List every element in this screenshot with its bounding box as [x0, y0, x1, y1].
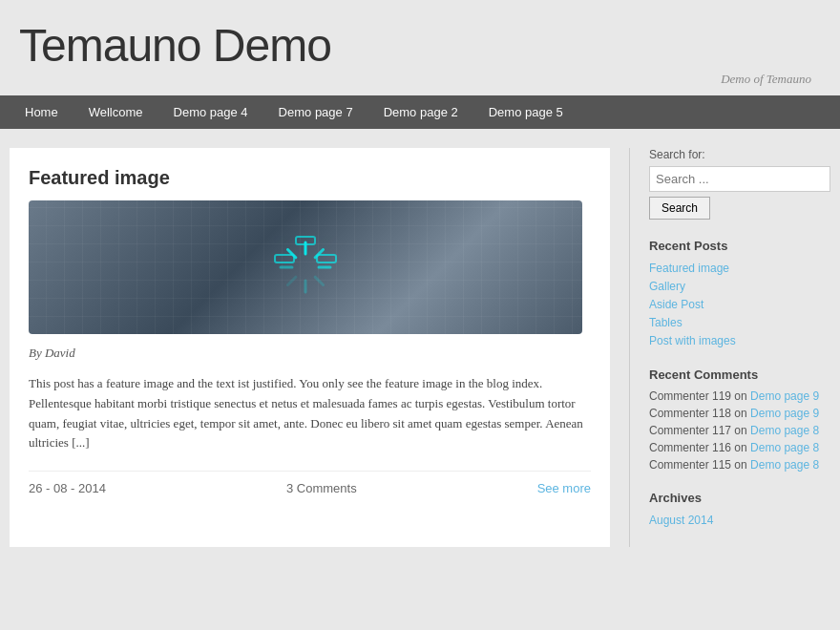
recent-posts-list: Featured image Gallery Aside Post Tables…: [649, 261, 830, 348]
search-label: Search for:: [649, 148, 830, 161]
list-item: Commenter 115 on Demo page 8: [649, 458, 830, 472]
recent-comments-section: Recent Comments Commenter 119 on Demo pa…: [649, 368, 830, 472]
nav-bar: Home Wellcome Demo page 4 Demo page 7 De…: [0, 95, 840, 129]
post-title: Featured image: [29, 167, 591, 189]
nav-link-demo4[interactable]: Demo page 4: [158, 95, 263, 129]
list-item[interactable]: Post with images: [649, 333, 830, 348]
site-title: Temauno Demo: [19, 19, 821, 72]
recent-post-link[interactable]: Aside Post: [649, 298, 704, 311]
nav-item-demo4[interactable]: Demo page 4: [158, 95, 263, 129]
nav-link-demo5[interactable]: Demo page 5: [473, 95, 578, 129]
recent-comments-list: Commenter 119 on Demo page 9 Commenter 1…: [649, 389, 830, 472]
comment-page-link[interactable]: Demo page 8: [750, 424, 819, 437]
comment-page-link[interactable]: Demo page 8: [750, 441, 819, 454]
comment-page-link[interactable]: Demo page 9: [750, 389, 819, 403]
post-meta: 26 - 08 - 2014 3 Comments See more: [29, 471, 591, 495]
nav-list: Home Wellcome Demo page 4 Demo page 7 De…: [10, 95, 830, 129]
main-container: Featured image: [0, 129, 840, 566]
nav-item-wellcome[interactable]: Wellcome: [74, 95, 158, 129]
post-author: By David: [29, 346, 591, 361]
archives-list: August 2014: [649, 513, 830, 528]
nav-item-home[interactable]: Home: [10, 95, 74, 129]
list-item: Commenter 118 on Demo page 9: [649, 407, 830, 420]
search-button[interactable]: Search: [649, 197, 710, 220]
nav-item-demo5[interactable]: Demo page 5: [473, 95, 578, 129]
site-header: Temauno Demo Demo of Temauno: [0, 0, 840, 95]
post-date: 26 - 08 - 2014: [29, 481, 106, 495]
site-tagline: Demo of Temauno: [19, 72, 821, 91]
nav-item-demo7[interactable]: Demo page 7: [263, 95, 368, 129]
list-item: Commenter 117 on Demo page 8: [649, 424, 830, 437]
recent-post-link[interactable]: Post with images: [649, 334, 736, 347]
recent-post-link[interactable]: Gallery: [649, 280, 685, 293]
post-excerpt: This post has a feature image and the te…: [29, 374, 591, 453]
recent-posts-section: Recent Posts Featured image Gallery Asid…: [649, 239, 830, 348]
featured-image-wrap: [29, 200, 591, 334]
list-item[interactable]: August 2014: [649, 513, 830, 528]
post-comments: 3 Comments: [286, 481, 357, 495]
comment-page-link[interactable]: Demo page 8: [750, 458, 819, 472]
archives-title: Archives: [649, 491, 830, 505]
list-item[interactable]: Gallery: [649, 279, 830, 294]
sidebar: Search for: Search Recent Posts Featured…: [649, 148, 830, 547]
nav-item-demo2[interactable]: Demo page 2: [368, 95, 473, 129]
post-article: Featured image: [29, 167, 591, 495]
list-item[interactable]: Tables: [649, 315, 830, 330]
recent-post-link[interactable]: Tables: [649, 316, 682, 329]
list-item[interactable]: Aside Post: [649, 297, 830, 312]
see-more-link[interactable]: See more: [537, 481, 591, 495]
svg-rect-8: [275, 255, 294, 262]
recent-posts-title: Recent Posts: [649, 239, 830, 253]
nav-link-wellcome[interactable]: Wellcome: [74, 95, 158, 129]
svg-line-7: [288, 277, 296, 284]
vertical-divider: [629, 148, 630, 547]
recent-comments-title: Recent Comments: [649, 368, 830, 382]
search-section: Search for: Search: [649, 148, 830, 220]
comment-page-link[interactable]: Demo page 9: [750, 407, 819, 420]
nav-link-home[interactable]: Home: [10, 95, 74, 129]
recent-post-link[interactable]: Featured image: [649, 262, 729, 275]
list-item: Commenter 116 on Demo page 8: [649, 441, 830, 454]
nav-link-demo2[interactable]: Demo page 2: [368, 95, 473, 129]
content-area: Featured image: [10, 148, 610, 547]
archives-section: Archives August 2014: [649, 491, 830, 528]
svg-rect-9: [317, 255, 336, 262]
list-item: Commenter 119 on Demo page 9: [649, 389, 830, 403]
nav-link-demo7[interactable]: Demo page 7: [263, 95, 368, 129]
svg-line-5: [315, 277, 323, 284]
search-input[interactable]: [649, 166, 830, 192]
featured-image: [29, 200, 582, 334]
list-item[interactable]: Featured image: [649, 261, 830, 276]
archive-link[interactable]: August 2014: [649, 514, 713, 527]
loading-spinner-icon: [267, 229, 344, 305]
